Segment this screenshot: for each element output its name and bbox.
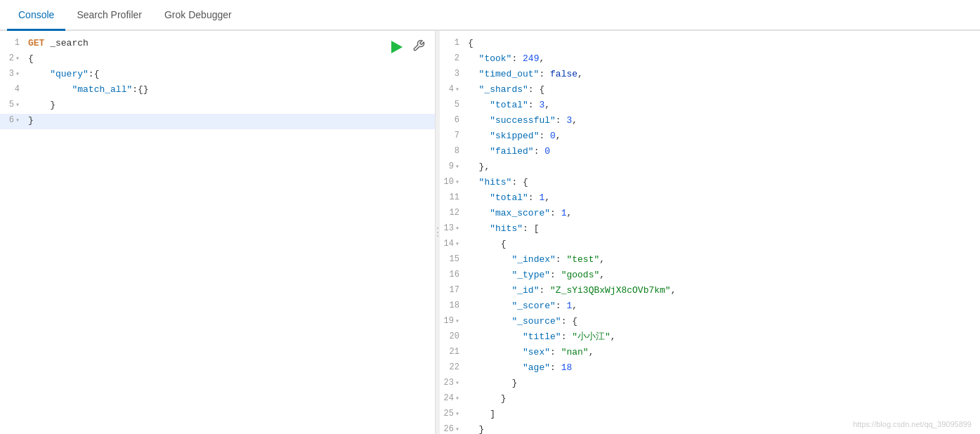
syntax-token: "age" — [523, 362, 550, 373]
syntax-token: , — [577, 69, 583, 79]
syntax-token — [468, 347, 523, 357]
syntax-token — [468, 146, 490, 157]
line-number: 8 — [440, 145, 465, 158]
fold-arrow[interactable]: ▾ — [455, 316, 459, 327]
line-number: 5 — [440, 98, 465, 112]
syntax-token: : { — [561, 316, 577, 327]
line-content: "failed": 0 — [465, 145, 980, 159]
tab-console[interactable]: Console — [7, 1, 65, 31]
code-line: 2 "took": 249, — [440, 52, 980, 67]
syntax-token — [468, 301, 511, 311]
fold-arrow[interactable]: ▾ — [455, 424, 459, 434]
line-number: 13▾ — [440, 222, 465, 235]
syntax-token: "_index" — [511, 254, 555, 265]
syntax-token: } — [28, 115, 34, 126]
line-number: 24▾ — [440, 392, 465, 405]
line-content: "sex": "nan", — [465, 346, 980, 360]
syntax-token: "_source" — [511, 316, 561, 327]
syntax-token: "query" — [50, 69, 89, 79]
code-line: 4▾ "_shards": { — [440, 83, 980, 98]
tab-search-profiler[interactable]: Search Profiler — [65, 1, 153, 31]
syntax-token: : — [550, 208, 561, 218]
fold-arrow[interactable]: ▾ — [455, 239, 459, 250]
line-number: 1 — [0, 37, 25, 50]
syntax-token: "title" — [523, 331, 561, 342]
fold-arrow[interactable]: ▾ — [455, 378, 459, 389]
syntax-token: false — [550, 69, 577, 79]
fold-arrow[interactable]: ▾ — [455, 84, 459, 96]
syntax-token: , — [544, 192, 550, 203]
syntax-token: : — [511, 53, 523, 64]
code-line: 12 "max_score": 1, — [440, 206, 980, 222]
output-panel: 1{2 "took": 249,3 "timed_out": false,4▾ … — [440, 31, 980, 434]
syntax-token: : — [550, 270, 561, 280]
syntax-token: 249 — [523, 53, 539, 64]
line-content: "match_all":{} — [25, 83, 435, 98]
code-line: 2▾{ — [0, 52, 435, 67]
line-content: } — [465, 392, 980, 407]
syntax-token: : — [550, 362, 561, 373]
line-content: }, — [465, 160, 980, 175]
syntax-token: "小小江" — [572, 331, 610, 342]
code-line: 24▾ } — [440, 392, 980, 407]
line-number: 3▾ — [0, 67, 25, 81]
editor-panel: 1GET _search2▾{3▾ "query":{4 "match_all"… — [0, 31, 436, 434]
line-content: "took": 249, — [465, 52, 980, 67]
syntax-token — [468, 115, 490, 126]
code-line: 6 "successful": 3, — [440, 114, 980, 129]
fold-arrow[interactable]: ▾ — [455, 393, 459, 405]
syntax-token — [468, 285, 511, 296]
fold-arrow[interactable]: ▾ — [455, 162, 459, 173]
fold-arrow[interactable]: ▾ — [455, 223, 459, 235]
syntax-token — [468, 69, 479, 79]
line-number: 9▾ — [440, 160, 465, 173]
line-content: "_id": "Z_sYi3QBxWjX8cOVb7km", — [465, 284, 980, 298]
fold-arrow[interactable]: ▾ — [455, 177, 459, 188]
code-line: 20 "title": "小小江", — [440, 330, 980, 346]
syntax-token — [468, 192, 490, 203]
syntax-token — [468, 316, 511, 327]
syntax-token: ] — [468, 409, 495, 419]
fold-arrow[interactable]: ▾ — [15, 69, 20, 80]
line-content: { — [25, 52, 435, 67]
run-button[interactable] — [390, 38, 404, 55]
code-line: 22 "age": 18 — [440, 361, 980, 376]
syntax-token — [468, 362, 523, 373]
syntax-token: { — [468, 38, 473, 48]
code-line: 13▾ "hits": [ — [440, 222, 980, 237]
line-number: 20 — [440, 330, 465, 343]
line-content: "age": 18 — [465, 361, 980, 376]
code-line: 23▾ } — [440, 376, 980, 392]
syntax-token — [468, 270, 511, 280]
code-line: 8 "failed": 0 — [440, 145, 980, 160]
syntax-token: } — [28, 100, 55, 110]
fold-arrow[interactable]: ▾ — [15, 115, 20, 126]
settings-button[interactable] — [411, 38, 426, 55]
syntax-token: 0 — [544, 146, 550, 157]
line-number: 25▾ — [440, 407, 465, 421]
syntax-token: , — [599, 254, 605, 265]
syntax-token: } — [468, 393, 507, 404]
line-number: 10▾ — [440, 176, 465, 189]
syntax-token: , — [539, 53, 544, 64]
code-line: 7 "skipped": 0, — [440, 129, 980, 145]
syntax-token — [468, 331, 523, 342]
fold-arrow[interactable]: ▾ — [15, 53, 20, 65]
line-number: 11 — [440, 191, 465, 204]
code-line: 6▾} — [0, 114, 435, 129]
line-number: 16 — [440, 268, 465, 282]
syntax-token: GET — [28, 38, 50, 48]
fold-arrow[interactable]: ▾ — [15, 100, 20, 111]
line-number: 4 — [0, 83, 25, 96]
code-line: 10▾ "hits": { — [440, 176, 980, 191]
tab-grok-debugger[interactable]: Grok Debugger — [153, 1, 243, 31]
line-number: 26▾ — [440, 423, 465, 434]
syntax-token: "_type" — [511, 270, 550, 280]
fold-arrow[interactable]: ▾ — [455, 409, 459, 420]
line-number: 6 — [440, 114, 465, 127]
syntax-token: :{ — [89, 69, 100, 79]
line-content: { — [465, 37, 980, 51]
syntax-token: "hits" — [490, 223, 523, 234]
line-content: } — [465, 376, 980, 391]
syntax-token — [468, 254, 511, 265]
